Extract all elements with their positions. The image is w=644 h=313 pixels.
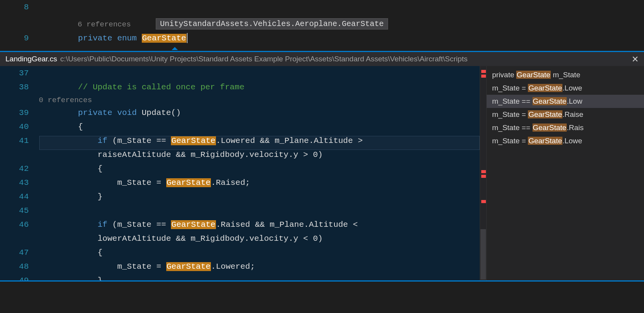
reference-item[interactable]: m_State = GearState.Raise [487,108,644,121]
file-name: LandingGear.cs [5,55,57,63]
reference-item[interactable]: m_State == GearState.Rais [487,121,644,134]
line-number: 39 [0,108,39,117]
codelens-refs[interactable]: 0 references [39,96,92,104]
peek-body: 37 38 // Update is called once per frame… [0,66,644,282]
highlighted-symbol[interactable]: GearState [166,178,211,187]
code-line[interactable]: m_State = GearState.Lowered; [39,262,480,271]
highlighted-symbol[interactable]: GearState [142,34,186,43]
code-line[interactable]: { [39,248,480,257]
overview-ruler[interactable] [480,66,487,280]
reference-item[interactable]: m_State = GearState.Lowe [487,134,644,148]
code-line[interactable]: lowerAtAltitude && m_Rigidbody.velocity.… [39,234,480,243]
code-line[interactable]: // Update is called once per frame [39,83,480,92]
code-line[interactable]: private enum GearState [39,33,644,43]
line-number: 42 [0,164,39,173]
references-list[interactable]: private GearState m_State m_State = Gear… [487,66,644,280]
code-line[interactable]: if (m_State == GearState.Raised && m_Pla… [39,220,480,229]
line-number: 47 [0,248,39,257]
code-line[interactable]: raiseAtAltitude && m_Rigidbody.velocity.… [39,150,480,159]
line-number: 46 [0,220,39,229]
scroll-thumb[interactable] [480,229,486,280]
code-line[interactable]: } [39,192,480,201]
close-icon[interactable]: ✕ [632,54,639,64]
line-number: 37 [0,69,39,78]
peek-pointer-icon [172,47,178,50]
symbol-tooltip: UnityStandardAssets.Vehicles.Aeroplane.G… [156,18,388,30]
error-marker-icon[interactable] [481,170,486,173]
highlighted-symbol[interactable]: GearState [171,136,216,145]
code-line[interactable]: } [39,276,480,281]
code-line[interactable]: m_State = GearState.Raised; [39,178,480,187]
line-number: 40 [0,122,39,131]
line-number: 41 [0,136,39,145]
error-marker-icon[interactable] [481,175,486,178]
line-number: 44 [0,192,39,201]
error-marker-icon[interactable] [481,200,486,203]
highlighted-symbol[interactable]: GearState [166,262,211,271]
peek-definition-top: 8 6 references UnityStandardAssets.Vehic… [0,0,644,51]
line-number: 43 [0,178,39,187]
peek-file-header[interactable]: LandingGear.cs c:\Users\Public\Documents… [0,52,644,66]
line-number: 49 [0,276,39,281]
error-marker-icon[interactable] [481,70,486,73]
reference-item-selected[interactable]: m_State == GearState.Low [487,95,644,108]
line-number: 9 [0,34,39,43]
reference-item[interactable]: private GearState m_State [487,68,644,82]
line-number: 38 [0,83,39,92]
line-number: 8 [0,3,39,12]
line-number: 45 [0,206,39,215]
line-number: 48 [0,262,39,271]
codelens-refs[interactable]: 6 references [0,20,131,29]
code-line[interactable]: private void Update() [39,108,480,117]
highlighted-symbol[interactable]: GearState [171,220,216,229]
code-line[interactable]: { [39,164,480,173]
code-line[interactable]: if (m_State == GearState.Lowered && m_Pl… [39,136,480,145]
text-cursor [187,33,188,43]
file-path: c:\Users\Public\Documents\Unity Projects… [60,55,468,63]
code-line[interactable]: { [39,122,480,131]
code-editor[interactable]: 37 38 // Update is called once per frame… [0,66,480,280]
reference-item[interactable]: m_State = GearState.Lowe [487,82,644,95]
error-marker-icon[interactable] [481,75,486,78]
